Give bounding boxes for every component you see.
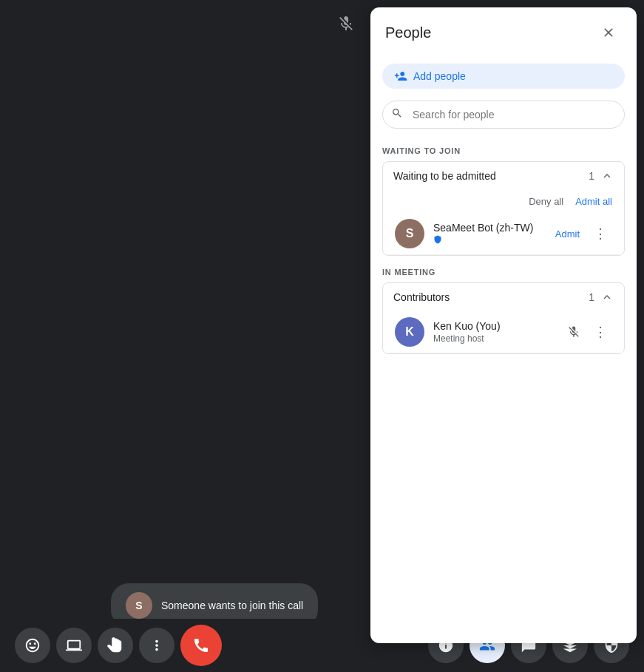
seameet-info: SeaMeet Bot (zh-TW) — [433, 222, 540, 246]
search-icon — [391, 107, 403, 122]
waiting-header-row: Waiting to be admitted 1 — [383, 162, 624, 190]
panel-header: People — [370, 7, 637, 58]
waiting-group-label: Waiting to be admitted — [393, 170, 496, 182]
seameet-person-row: S SeaMeet Bot (zh-TW) Admit ⋮ — [383, 213, 624, 255]
ken-subtitle: Meeting host — [433, 333, 553, 344]
in-meeting-header-row: Contributors 1 — [383, 283, 624, 311]
in-meeting-list-container: Contributors 1 K Ken Kuo (You) Meeting h… — [382, 282, 625, 354]
deny-all-button[interactable]: Deny all — [529, 196, 563, 207]
ken-avatar: K — [395, 317, 424, 347]
ken-actions: ⋮ — [562, 320, 612, 344]
seameet-name: SeaMeet Bot (zh-TW) — [433, 222, 540, 234]
toast-text: Someone wants to join this call — [161, 600, 303, 611]
waiting-collapse-button[interactable] — [600, 169, 614, 183]
raise-hand-button[interactable] — [98, 628, 133, 663]
ken-more-button[interactable]: ⋮ — [589, 320, 612, 344]
seameet-avatar: S — [395, 219, 424, 248]
in-meeting-count: 1 — [589, 291, 594, 303]
add-people-button[interactable]: Add people — [382, 64, 625, 89]
waiting-list-container: Waiting to be admitted 1 Deny all Admit … — [382, 161, 625, 256]
action-row: Deny all Admit all — [383, 190, 624, 213]
emoji-button[interactable] — [15, 628, 50, 663]
video-area — [0, 0, 370, 672]
people-panel: People Add people WAITING TO JOIN Waitin… — [370, 7, 637, 643]
more-options-button[interactable] — [139, 628, 174, 663]
waiting-section: WAITING TO JOIN Waiting to be admitted 1… — [370, 140, 637, 256]
search-input[interactable] — [382, 101, 625, 129]
waiting-section-label: WAITING TO JOIN — [370, 140, 637, 161]
search-container — [382, 101, 625, 129]
shield-icon — [433, 235, 442, 246]
in-meeting-row-right: 1 — [589, 291, 614, 304]
admit-button[interactable]: Admit — [549, 225, 586, 242]
seameet-more-button[interactable]: ⋮ — [589, 222, 612, 245]
contributors-label: Contributors — [393, 291, 450, 303]
ken-name: Ken Kuo (You) — [433, 320, 553, 332]
waiting-count: 1 — [589, 170, 594, 182]
seameet-actions: Admit ⋮ — [549, 222, 612, 245]
mic-off-icon — [337, 15, 355, 36]
ken-info: Ken Kuo (You) Meeting host — [433, 320, 553, 344]
add-people-label: Add people — [413, 70, 466, 82]
in-meeting-section-label: IN MEETING — [370, 262, 637, 282]
panel-title: People — [385, 24, 431, 41]
end-call-button[interactable] — [180, 625, 222, 666]
waiting-row-right: 1 — [589, 169, 614, 183]
in-meeting-collapse-button[interactable] — [600, 291, 614, 304]
in-meeting-section: IN MEETING Contributors 1 K Ken Kuo (You… — [370, 262, 637, 354]
seameet-subtitle — [433, 235, 540, 246]
present-button[interactable] — [56, 628, 92, 663]
admit-all-button[interactable]: Admit all — [575, 196, 612, 207]
toast-avatar: S — [126, 592, 152, 619]
ken-mute-button[interactable] — [562, 320, 586, 344]
ken-person-row: K Ken Kuo (You) Meeting host ⋮ — [383, 311, 624, 353]
close-panel-button[interactable] — [595, 19, 622, 46]
toolbar-left — [15, 625, 222, 666]
